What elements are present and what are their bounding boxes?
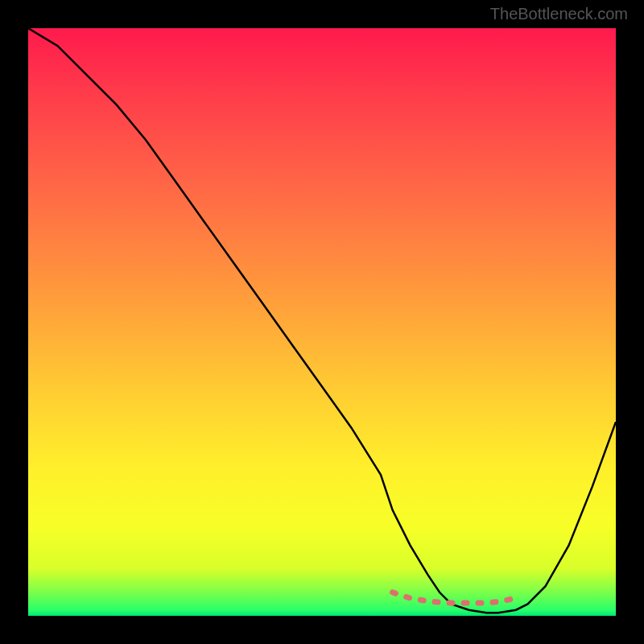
- bottleneck-optimal-zone-dashed: [393, 592, 516, 603]
- chart-area: [28, 28, 616, 616]
- watermark-text: TheBottleneck.com: [490, 5, 628, 23]
- chart-svg: [28, 28, 616, 616]
- chart-container: TheBottleneck.com: [0, 0, 644, 644]
- bottleneck-curve-line: [28, 28, 616, 613]
